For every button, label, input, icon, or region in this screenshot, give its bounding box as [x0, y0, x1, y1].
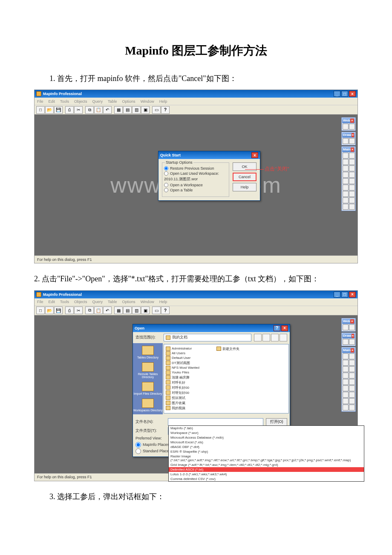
list-item[interactable]: Administrator: [166, 347, 199, 351]
list-item[interactable]: 我的视频: [166, 406, 199, 410]
menu-objects[interactable]: Objects: [74, 99, 87, 104]
filetype-option[interactable]: Comma delimited CSV (*.csv): [169, 477, 364, 481]
menu-options[interactable]: Options: [122, 300, 135, 304]
list-item[interactable]: 新建文件夹: [216, 347, 239, 351]
tool-btn-icon[interactable]: ▤: [123, 306, 132, 314]
tool-paste-icon[interactable]: 📋: [94, 106, 103, 114]
sidebar-remote[interactable]: Remote Tables Directory: [133, 362, 163, 379]
menu-help[interactable]: Help: [159, 99, 167, 104]
filetype-option[interactable]: MapInfo (*.tab): [169, 426, 364, 431]
filetype-option[interactable]: Lotus 1-2-3 (*.wk1;*.wks;*.wk3;*.wk4): [169, 472, 364, 477]
tool-btn-icon[interactable]: ▭: [152, 106, 161, 114]
menu-window[interactable]: Window: [141, 300, 154, 304]
tool-btn-icon[interactable]: ▥: [132, 106, 141, 114]
close-icon[interactable]: ×: [351, 147, 354, 152]
tool-btn-icon[interactable]: ▦: [114, 306, 123, 314]
list-item[interactable]: 对呀短好00: [166, 390, 199, 395]
menu-query[interactable]: Query: [92, 99, 103, 104]
filetype-option[interactable]: Microsoft Excel (*.xls): [169, 440, 364, 445]
help-button[interactable]: Help: [233, 183, 257, 191]
list-item[interactable]: 对呼长好: [166, 380, 199, 385]
menu-objects[interactable]: Objects: [74, 300, 87, 304]
menu-window[interactable]: Window: [141, 99, 154, 104]
draw-panel[interactable]: Draw×: [341, 332, 356, 346]
filetype-option[interactable]: ESRI ® Shapefile (*.shp): [169, 449, 364, 454]
tool-cut-icon[interactable]: ✂: [74, 106, 83, 114]
list-item[interactable]: Youku Files: [166, 370, 199, 375]
tool-undo-icon[interactable]: ↶: [103, 306, 112, 314]
tool-undo-icon[interactable]: ↶: [103, 106, 112, 114]
close-icon[interactable]: ×: [281, 325, 288, 331]
list-item[interactable]: 图片收藏: [166, 401, 199, 405]
menu-tools[interactable]: Tools: [60, 300, 69, 304]
list-item[interactable]: Default User: [166, 356, 199, 360]
tool-new-icon[interactable]: □: [36, 106, 45, 114]
menu-table[interactable]: Table: [108, 99, 117, 104]
tool-print-icon[interactable]: ⎙: [65, 106, 74, 114]
tool-new-icon[interactable]: □: [36, 306, 45, 314]
menu-table[interactable]: Table: [108, 300, 117, 304]
mapinfo-places-radio[interactable]: [135, 442, 141, 448]
web-panel[interactable]: Web×: [341, 117, 356, 131]
filetype-option[interactable]: Grid Image (*.adf;*.flt;*.txt;*.asc;*.im…: [169, 462, 364, 467]
sidebar-import[interactable]: Import Files Directory: [134, 382, 162, 395]
sidebar-tables[interactable]: Tables Directory: [137, 346, 159, 359]
tool-paste-icon[interactable]: 📋: [94, 306, 103, 314]
web-panel[interactable]: Web×: [341, 318, 356, 332]
filetype-option-selected[interactable]: Delimited ASCII (*.txt): [169, 467, 364, 472]
open-last-workspace-radio[interactable]: [164, 171, 168, 176]
tool-btn-icon[interactable]: ▥: [132, 306, 141, 314]
tool-open-icon[interactable]: 📂: [45, 306, 54, 314]
close-icon[interactable]: ×: [352, 133, 354, 137]
open-button[interactable]: 打开(O): [266, 418, 287, 426]
close-icon[interactable]: ×: [350, 319, 354, 324]
filename-input[interactable]: [168, 418, 263, 426]
menu-edit[interactable]: Edit: [49, 300, 55, 304]
help-icon[interactable]: ?: [274, 325, 280, 331]
draw-panel[interactable]: Draw×: [341, 132, 356, 145]
tool-copy-icon[interactable]: ⧉: [85, 306, 94, 314]
minimize-button[interactable]: _: [334, 292, 340, 298]
menu-file[interactable]: File: [37, 99, 43, 104]
list-item[interactable]: 池塘 融庆舞: [166, 375, 199, 380]
menu-options[interactable]: Options: [122, 99, 135, 104]
list-item[interactable]: NFS Most Wanted: [166, 366, 199, 370]
maximize-button[interactable]: □: [341, 91, 348, 97]
open-workspace-radio[interactable]: [164, 183, 168, 187]
views-icon[interactable]: [280, 334, 287, 341]
filetype-option[interactable]: Microsoft Access Database (*.mdb): [169, 435, 364, 440]
tool-btn-icon[interactable]: ▣: [141, 306, 150, 314]
menu-file[interactable]: File: [37, 300, 43, 304]
menu-help[interactable]: Help: [159, 300, 167, 304]
tool-print-icon[interactable]: ⎙: [65, 306, 74, 314]
lookin-combobox[interactable]: 我的文档: [164, 334, 251, 341]
up-icon[interactable]: [262, 334, 270, 341]
tool-btn-icon[interactable]: ▤: [123, 106, 132, 114]
main-panel[interactable]: Main×: [341, 347, 356, 412]
list-item[interactable]: 对呼长好00: [166, 385, 199, 390]
close-icon[interactable]: ×: [352, 334, 354, 338]
tool-btn-icon[interactable]: ▣: [141, 106, 150, 114]
tool-save-icon[interactable]: 💾: [54, 106, 63, 114]
close-icon[interactable]: ×: [251, 152, 258, 158]
list-item[interactable]: All Users: [166, 351, 199, 356]
tool-copy-icon[interactable]: ⧉: [85, 106, 94, 114]
close-icon[interactable]: ×: [350, 119, 354, 123]
menu-tools[interactable]: Tools: [60, 99, 69, 104]
cancel-button[interactable]: Cancel: [233, 173, 257, 181]
main-panel[interactable]: Main×: [341, 146, 356, 211]
list-item[interactable]: DT测试截图: [166, 361, 199, 365]
menu-edit[interactable]: Edit: [49, 99, 55, 104]
newfolder-icon[interactable]: [271, 334, 279, 341]
close-icon[interactable]: ×: [351, 348, 354, 353]
maximize-button[interactable]: □: [341, 292, 348, 298]
tool-btn-icon[interactable]: ▭: [152, 306, 161, 314]
ok-button[interactable]: OK: [233, 162, 257, 171]
tool-btn-icon[interactable]: ▦: [114, 106, 123, 114]
filetype-option[interactable]: Raster Image (*.bil;*.sid;*.gen;*.adf;*.…: [169, 454, 364, 462]
back-icon[interactable]: [254, 334, 262, 341]
menu-query[interactable]: Query: [92, 300, 103, 304]
close-button[interactable]: ×: [349, 292, 356, 298]
standard-places-radio[interactable]: [135, 448, 141, 454]
open-table-radio[interactable]: [164, 188, 168, 192]
